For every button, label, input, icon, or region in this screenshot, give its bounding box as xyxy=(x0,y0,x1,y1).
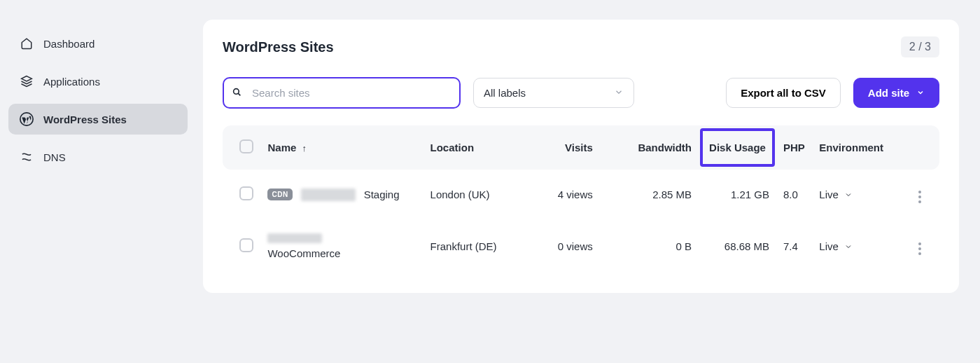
php-cell: 7.4 xyxy=(776,219,812,273)
visits-cell: 4 views xyxy=(522,170,600,219)
dns-icon xyxy=(20,150,34,164)
chevron-down-icon xyxy=(916,87,925,99)
location-cell: Frankfurt (DE) xyxy=(424,219,522,273)
sidebar-item-applications[interactable]: Applications xyxy=(8,66,188,97)
col-visits[interactable]: Visits xyxy=(522,125,600,170)
export-csv-button[interactable]: Export all to CSV xyxy=(726,78,841,108)
location-cell: London (UK) xyxy=(424,170,522,219)
sidebar-item-label: Applications xyxy=(43,76,100,88)
wordpress-icon xyxy=(20,112,34,126)
col-location[interactable]: Location xyxy=(424,125,522,170)
cdn-badge: CDN xyxy=(267,189,292,200)
disk-usage-cell: 68.68 MB xyxy=(699,219,776,273)
row-actions-button[interactable] xyxy=(913,189,927,205)
col-php[interactable]: PHP xyxy=(776,125,812,170)
redacted-name xyxy=(301,189,356,201)
bandwidth-cell: 0 B xyxy=(600,219,699,273)
site-name-suffix: WooCommerce xyxy=(267,247,340,259)
search-wrap xyxy=(223,77,461,109)
svg-line-3 xyxy=(238,93,240,95)
col-name[interactable]: Name ↑ xyxy=(260,125,423,170)
col-disk-usage-label: Disk Usage xyxy=(706,142,769,154)
sites-table: Name ↑ Location Visits Bandwidth Disk Us… xyxy=(223,125,939,273)
chevron-down-icon xyxy=(844,242,853,251)
svg-point-2 xyxy=(234,88,239,94)
environment-value: Live xyxy=(819,240,839,252)
sidebar-item-dashboard[interactable]: Dashboard xyxy=(8,28,188,59)
php-cell: 8.0 xyxy=(776,170,812,219)
site-name-suffix: Staging xyxy=(364,189,400,200)
layers-icon xyxy=(20,74,34,88)
labels-filter-select[interactable]: All labels xyxy=(473,78,634,108)
sort-asc-icon: ↑ xyxy=(302,143,307,153)
environment-value: Live xyxy=(819,189,839,200)
col-name-label: Name xyxy=(267,142,296,153)
search-input[interactable] xyxy=(223,77,461,109)
environment-select[interactable]: Live xyxy=(819,189,853,200)
table-body: CDN Staging London (UK) 4 views 2.85 MB … xyxy=(223,170,939,273)
main: WordPress Sites 2 / 3 All labels Export … xyxy=(196,0,980,363)
toolbar: All labels Export all to CSV Add site xyxy=(223,77,939,109)
sidebar-item-label: Dashboard xyxy=(43,38,94,50)
site-name-cell[interactable]: WooCommerce xyxy=(267,233,416,259)
col-disk-usage[interactable]: Disk Usage xyxy=(699,125,776,170)
sidebar-item-label: DNS xyxy=(43,151,66,163)
table-header: Name ↑ Location Visits Bandwidth Disk Us… xyxy=(223,125,939,170)
table-row: CDN Staging London (UK) 4 views 2.85 MB … xyxy=(223,170,939,219)
sidebar: Dashboard Applications WordPress Sites D… xyxy=(0,0,196,363)
environment-select[interactable]: Live xyxy=(819,240,853,252)
row-checkbox[interactable] xyxy=(239,238,253,252)
bandwidth-cell: 2.85 MB xyxy=(600,170,699,219)
site-name-cell[interactable]: CDN Staging xyxy=(267,189,416,201)
page-counter: 2 / 3 xyxy=(901,36,939,57)
svg-marker-0 xyxy=(22,76,32,82)
row-checkbox[interactable] xyxy=(239,186,253,200)
card-header: WordPress Sites 2 / 3 xyxy=(223,36,939,57)
row-actions-button[interactable] xyxy=(913,240,927,257)
content-card: WordPress Sites 2 / 3 All labels Export … xyxy=(203,20,959,293)
table-row: WooCommerce Frankfurt (DE) 0 views 0 B 6… xyxy=(223,219,939,273)
chevron-down-icon xyxy=(844,191,853,199)
chevron-down-icon xyxy=(614,87,624,99)
disk-usage-cell: 1.21 GB xyxy=(699,170,776,219)
sidebar-item-dns[interactable]: DNS xyxy=(8,142,188,172)
labels-filter-value: All labels xyxy=(484,87,526,99)
col-bandwidth[interactable]: Bandwidth xyxy=(600,125,699,170)
page-title: WordPress Sites xyxy=(223,39,334,55)
search-icon xyxy=(232,87,241,100)
add-site-button[interactable]: Add site xyxy=(853,78,939,108)
home-icon xyxy=(20,36,34,50)
add-site-label: Add site xyxy=(868,87,909,99)
col-actions xyxy=(904,125,939,170)
sidebar-item-label: WordPress Sites xyxy=(43,114,127,125)
col-environment[interactable]: Environment xyxy=(812,125,904,170)
select-all-checkbox[interactable] xyxy=(239,139,253,153)
sidebar-item-wordpress-sites[interactable]: WordPress Sites xyxy=(8,104,188,135)
redacted-name xyxy=(267,233,322,243)
visits-cell: 0 views xyxy=(522,219,600,273)
